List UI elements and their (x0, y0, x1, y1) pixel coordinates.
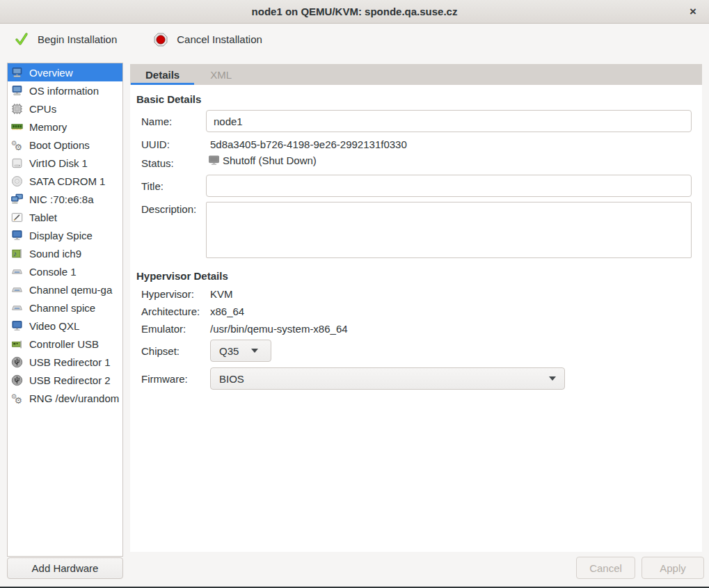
name-label: Name: (141, 116, 172, 127)
sidebar-item-label: Tablet (29, 212, 57, 223)
tablet-icon (10, 212, 23, 223)
chipset-value: Q35 (219, 345, 239, 357)
computer-icon (10, 67, 23, 79)
hypervisor-label: Hypervisor: (141, 288, 194, 300)
uuid-value: 5d8a3405-b726-4198-9e26-2992131f0330 (210, 138, 407, 150)
sidebar-item-cpus[interactable]: CPUs (8, 100, 122, 118)
sidebar-item-label: Boot Options (29, 139, 90, 151)
chipset-label: Chipset: (141, 345, 180, 357)
description-textarea[interactable] (206, 202, 692, 258)
display-icon (10, 320, 23, 332)
sidebar-item-tablet[interactable]: Tablet (8, 208, 122, 226)
toolbar: Begin Installation Cancel Installation (0, 24, 709, 54)
sidebar-item-label: Display Spice (29, 230, 93, 241)
uuid-label: UUID: (141, 138, 170, 150)
sidebar-item-label: Console 1 (29, 266, 77, 278)
tab-bar: Details XML (130, 64, 702, 85)
sidebar-item-overview[interactable]: Overview (8, 63, 122, 81)
emulator-value: /usr/bin/qemu-system-x86_64 (210, 323, 348, 335)
details-panel: Basic Details Name: UUID: 5d8a3405-b726-… (130, 85, 702, 552)
sidebar-item-sound-ich9[interactable]: ♪ Sound ich9 (8, 244, 122, 262)
usb-icon (10, 374, 23, 386)
sidebar-item-label: Channel qemu-ga (29, 284, 112, 296)
hypervisor-details-header: Hypervisor Details (136, 270, 228, 282)
stop-icon (153, 32, 168, 47)
status-label: Status: (141, 157, 174, 169)
architecture-value: x86_64 (210, 305, 244, 317)
firmware-value: BIOS (219, 373, 244, 385)
cdrom-icon (10, 175, 23, 187)
sidebar-item-label: OS information (29, 85, 99, 97)
window-title: node1 on QEMU/KVM: sponde.qa.suse.cz (252, 6, 458, 17)
cancel-installation-button[interactable]: Cancel Installation (149, 29, 266, 50)
description-label: Description: (141, 203, 196, 215)
hardware-list: Overview OS information CPUs Memory ⚙⚙ B… (7, 63, 123, 557)
sidebar-item-display-spice[interactable]: Display Spice (8, 226, 122, 244)
sidebar-item-boot-options[interactable]: ⚙⚙ Boot Options (8, 136, 122, 154)
tab-xml[interactable]: XML (195, 64, 247, 85)
sidebar-item-label: Video QXL (29, 320, 79, 332)
gears-icon: ⚙⚙ (10, 139, 23, 151)
svg-text:⚙: ⚙ (14, 141, 22, 150)
memory-icon (10, 121, 23, 133)
sidebar-item-label: Controller USB (29, 338, 99, 350)
close-icon[interactable]: × (686, 5, 700, 19)
architecture-label: Architecture: (141, 305, 200, 317)
sidebar-item-usb-redirector-2[interactable]: USB Redirector 2 (8, 371, 122, 389)
sidebar-item-channel-spice[interactable]: Channel spice (8, 299, 122, 317)
display-icon (10, 230, 23, 241)
status-value: Shutoff (Shut Down) (223, 154, 317, 166)
sidebar-item-sata-cdrom-1[interactable]: SATA CDROM 1 (8, 172, 122, 190)
titlebar: node1 on QEMU/KVM: sponde.qa.suse.cz × (0, 0, 709, 24)
network-icon (10, 193, 23, 205)
add-hardware-button[interactable]: Add Hardware (7, 557, 123, 579)
firmware-dropdown[interactable]: BIOS (210, 367, 565, 390)
cancel-button[interactable]: Cancel (576, 557, 635, 579)
sidebar-item-label: USB Redirector 1 (29, 356, 111, 368)
computer-icon (10, 85, 23, 97)
begin-installation-button[interactable]: Begin Installation (10, 29, 121, 50)
sound-icon: ♪ (10, 248, 23, 260)
firmware-label: Firmware: (141, 373, 188, 385)
chevron-down-icon (251, 349, 258, 353)
serial-icon (10, 266, 23, 278)
begin-installation-label: Begin Installation (38, 33, 117, 45)
shutoff-monitor-icon (207, 154, 220, 166)
controller-icon (10, 338, 23, 350)
sidebar-item-label: Memory (29, 121, 67, 133)
sidebar-item-usb-redirector-1[interactable]: USB Redirector 1 (8, 353, 122, 371)
apply-button[interactable]: Apply (642, 557, 704, 579)
sidebar-item-label: CPUs (29, 103, 56, 115)
sidebar-item-label: Channel spice (29, 302, 95, 314)
sidebar-item-label: USB Redirector 2 (29, 374, 111, 386)
sidebar-item-virtio-disk-1[interactable]: VirtIO Disk 1 (8, 154, 122, 172)
cancel-installation-label: Cancel Installation (177, 33, 262, 45)
sidebar-item-nic-70-e6-8a[interactable]: NIC :70:e6:8a (8, 190, 122, 208)
gears-icon: ⚙⚙ (10, 392, 23, 404)
sidebar-item-video-qxl[interactable]: Video QXL (8, 317, 122, 335)
disk-icon (10, 157, 23, 169)
svg-text:⚙: ⚙ (14, 395, 22, 404)
basic-details-header: Basic Details (136, 93, 201, 105)
sidebar-item-label: VirtIO Disk 1 (29, 157, 88, 169)
name-input[interactable] (206, 110, 692, 132)
title-input[interactable] (206, 175, 692, 197)
sidebar-item-console-1[interactable]: Console 1 (8, 262, 122, 280)
emulator-label: Emulator: (141, 323, 186, 335)
serial-icon (10, 284, 23, 296)
sidebar-item-label: NIC :70:e6:8a (29, 193, 94, 205)
sidebar-item-os-information[interactable]: OS information (8, 81, 122, 100)
sidebar-item-controller-usb[interactable]: Controller USB (8, 335, 122, 353)
chevron-down-icon (549, 376, 556, 381)
sidebar-item-rng-dev-urandom[interactable]: ⚙⚙ RNG /dev/urandom (8, 389, 122, 407)
sidebar-item-label: RNG /dev/urandom (29, 392, 119, 404)
hypervisor-value: KVM (210, 288, 233, 300)
chip-icon (10, 103, 23, 115)
sidebar-item-label: SATA CDROM 1 (29, 175, 105, 187)
sidebar-item-channel-qemu-ga[interactable]: Channel qemu-ga (8, 280, 122, 299)
sidebar-item-label: Overview (29, 67, 73, 79)
serial-icon (10, 302, 23, 314)
chipset-dropdown[interactable]: Q35 (210, 340, 271, 362)
sidebar-item-memory[interactable]: Memory (8, 118, 122, 136)
tab-details[interactable]: Details (130, 64, 195, 85)
